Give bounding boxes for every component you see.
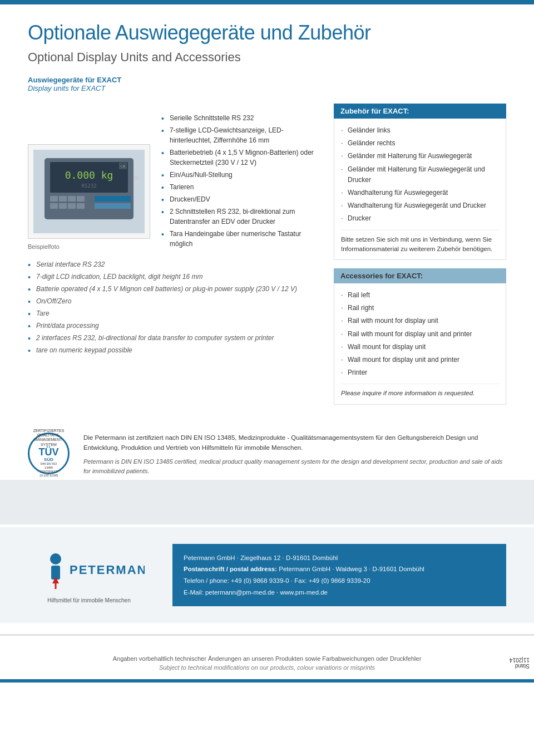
spec-german-7: 2 Schnittstellen RS 232, bi-direktional … [161, 205, 317, 228]
zubehor-item-7: Drucker [341, 212, 499, 225]
svg-rect-7 [50, 196, 58, 202]
logo-graphic: PETERMANN [33, 546, 145, 596]
section-labels: Auswiegegeräte für EXACT Display units f… [28, 76, 506, 92]
spec-german-3: Batteriebetrieb (4 x 1,5 V Mignon-Batter… [161, 146, 317, 169]
zubehor-header: Zubehör für EXACT: [334, 104, 506, 119]
zubehor-box: Zubehör für EXACT: Geländer links Geländ… [334, 104, 506, 260]
svg-text:M: M [134, 175, 139, 181]
tuv-circle: ZERTIFIZIERTESQUALITÄTS-MANAGEMENT-SYSTE… [28, 433, 70, 474]
page-wrapper: Optionale Auswiegegeräte und Zubehör Opt… [0, 0, 534, 756]
svg-rect-15 [95, 196, 131, 202]
svg-rect-13 [68, 203, 76, 209]
zubehor-item-6: Wandhalterung für Auswiegegerät und Druc… [341, 199, 499, 212]
svg-rect-11 [50, 203, 58, 209]
spec-english-4: On/Off/Zero [28, 295, 317, 307]
spec-german-4: Ein/Aus/Null-Stellung [161, 169, 317, 181]
logo-tagline: Hilfsmittel für immobile Menschen [47, 597, 131, 603]
contact-email: E-Mail: petermann@pm-med.de · www.pm-med… [184, 587, 495, 598]
page-title: Optionale Auswiegegeräte und Zubehör [28, 21, 506, 45]
accessories-note: Please inquire if more information is re… [341, 384, 499, 398]
svg-rect-10 [77, 196, 85, 202]
petermann-logo-svg: PETERMANN [33, 546, 145, 596]
svg-rect-8 [59, 196, 67, 202]
spec-english-6: Print/data processing [28, 320, 317, 332]
tuv-sub-text: SÜD [44, 457, 53, 462]
bottom-blue-bar [0, 679, 534, 683]
spec-english-2: 7-digit LCD indication, LED backlight, d… [28, 271, 317, 283]
svg-rect-9 [68, 196, 76, 202]
contact-postal: Petermann GmbH · Waldweg 3 · D-91601 Dom… [279, 566, 424, 572]
acc-item-7: Printer [341, 366, 499, 379]
contact-phone: Telefon / phone: +49 (0) 9868 9339-0 · F… [184, 575, 495, 587]
acc-item-2: Rail right [341, 302, 499, 315]
svg-text:CE: CE [120, 164, 126, 168]
acc-item-5: Wall mount for display unit [341, 341, 499, 354]
zubehor-item-4: Geländer mit Halterung für Auswiegegerät… [341, 163, 499, 186]
top-accent-bar [0, 0, 534, 4]
petermann-contact: Petermann GmbH · Ziegelhaus 12 · D-91601… [172, 544, 506, 607]
svg-text:PETERMANN: PETERMANN [70, 563, 145, 577]
main-content: Optionale Auswiegegeräte und Zubehör Opt… [0, 4, 534, 416]
tuv-bottom-text: DIN EN ISO13485ZERTIFIKAT13 100 12345 [39, 462, 58, 478]
svg-rect-12 [59, 203, 67, 209]
svg-rect-16 [95, 203, 131, 209]
label-english: Display units for EXACT [28, 84, 506, 92]
zubehor-item-5: Wandhalterung für Auswiegegerät [341, 186, 499, 199]
spec-english-7: 2 interfaces RS 232, bi-directional for … [28, 332, 317, 344]
tuv-badge: ZERTIFIZIERTESQUALITÄTS-MANAGEMENT-SYSTE… [28, 433, 72, 477]
svg-text:0.000 kg: 0.000 kg [65, 169, 113, 181]
zubehor-note: Bitte setzen Sie sich mit uns in Verbind… [341, 230, 499, 254]
middle-gray-band [0, 480, 534, 524]
specs-container: Serielle Schnittstelle RS 232 7-stellige… [161, 112, 317, 250]
acc-item-1: Rail left [341, 289, 499, 302]
image-caption: Beispielfoto [28, 243, 150, 250]
spec-english-5: Tare [28, 307, 317, 320]
very-bottom: Angaben vorbehaltlich technischer Änderu… [0, 647, 534, 679]
petermann-logo: PETERMANN Hilfsmittel für immobile Mensc… [28, 546, 150, 603]
spec-german-1: Serielle Schnittstelle RS 232 [161, 112, 317, 124]
acc-item-3: Rail with mount for display unit [341, 315, 499, 327]
footer-section: PETERMANN Hilfsmittel für immobile Mensc… [0, 527, 534, 624]
acc-item-4: Rail with mount for display unit and pri… [341, 328, 499, 341]
zubehor-item-2: Geländer rechts [341, 137, 499, 150]
product-image-container: 0.000 kg RS232 CE [28, 144, 150, 239]
disclaimer-english: Subject to technical modifications on ou… [28, 664, 506, 671]
spec-german-8: Tara Handeingabe über numerische Tastatu… [161, 228, 317, 250]
disclaimer-german: Angaben vorbehaltlich technischer Änderu… [28, 655, 506, 662]
left-column: 0.000 kg RS232 CE [28, 104, 317, 405]
certification-section: ZERTIFIZIERTESQUALITÄTS-MANAGEMENT-SYSTE… [0, 433, 534, 477]
spec-german-6: Drucken/EDV [161, 193, 317, 205]
spec-english-8: tare on numeric keypad possible [28, 344, 317, 356]
stand-text: Stand 11|2014 [510, 657, 530, 669]
specs-german-list: Serielle Schnittstelle RS 232 7-stellige… [161, 112, 317, 250]
acc-item-6: Wall mount for display unit and printer [341, 354, 499, 366]
page-subtitle: Optional Display Units and Accessories [28, 50, 506, 65]
svg-point-18 [50, 553, 61, 564]
zubehor-item-3: Geländer mit Halterung für Auswiegegerät [341, 150, 499, 163]
zubehor-item-1: Geländer links [341, 124, 499, 137]
right-column: Zubehör für EXACT: Geländer links Geländ… [334, 104, 506, 405]
contact-label: Postanschrift / postal address: [184, 566, 277, 572]
contact-line-1: Petermann GmbH · Ziegelhaus 12 · D-91601… [184, 552, 495, 564]
zubehor-content: Geländer links Geländer rechts Geländer … [334, 119, 506, 260]
certification-text: Die Petermann ist zertifiziert nach DIN … [83, 433, 506, 476]
spec-english-1: Serial interface RS 232 [28, 258, 317, 271]
accessories-content: Rail left Rail right Rail with mount for… [334, 283, 506, 405]
spec-english-3: Batterie operated (4 x 1,5 V Mignon cell… [28, 283, 317, 295]
svg-rect-14 [77, 203, 85, 209]
tuv-text-top: ZERTIFIZIERTESQUALITÄTS-MANAGEMENT-SYSTE… [33, 429, 65, 448]
label-german: Auswiegegeräte für EXACT [28, 76, 506, 84]
accessories-header: Accessories for EXACT: [334, 268, 506, 283]
specs-german-col: Serielle Schnittstelle RS 232 7-stellige… [161, 112, 317, 250]
product-image-svg: 0.000 kg RS232 CE [33, 150, 145, 233]
cert-english: Petermann is DIN EN ISO 13485 certified,… [83, 457, 506, 475]
two-col-layout: 0.000 kg RS232 CE [28, 104, 506, 405]
cert-german: Die Petermann ist zertifiziert nach DIN … [83, 433, 506, 453]
accessories-box: Accessories for EXACT: Rail left Rail ri… [334, 268, 506, 405]
spec-german-5: Tarieren [161, 181, 317, 193]
gray-divider [0, 634, 534, 636]
contact-line-2: Postanschrift / postal address: Peterman… [184, 563, 495, 575]
spec-german-2: 7-stellige LCD-Gewichtsanzeige, LED-hint… [161, 124, 317, 146]
specs-english-list: Serial interface RS 232 7-digit LCD indi… [28, 258, 317, 356]
svg-text:RS232: RS232 [81, 183, 96, 189]
